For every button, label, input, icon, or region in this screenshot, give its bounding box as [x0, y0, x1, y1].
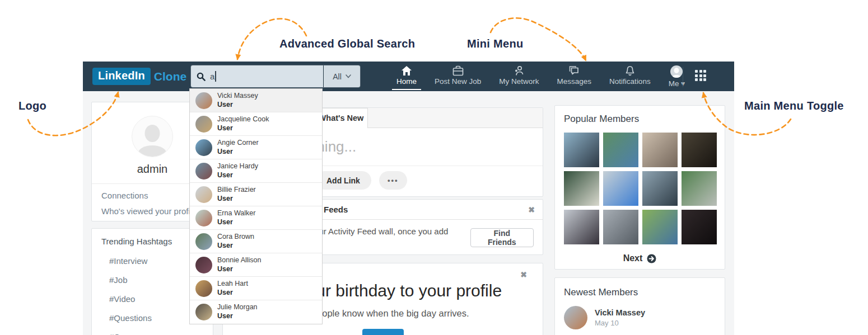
result-name: Vicki Massey: [217, 92, 258, 101]
search-result-item[interactable]: Angie Corner User: [190, 136, 322, 159]
search-filter-select[interactable]: All: [323, 65, 360, 87]
profile-avatar-placeholder[interactable]: [132, 116, 173, 157]
person-network-icon: [514, 65, 525, 76]
add-link-button[interactable]: Add Link: [315, 171, 371, 190]
birthday-cta-button[interactable]: [362, 329, 404, 335]
member-photo[interactable]: [642, 210, 678, 244]
nav-me[interactable]: Me ▾: [660, 62, 694, 91]
search-result-item[interactable]: Vicki Massey User: [190, 89, 322, 112]
result-role: User: [217, 312, 258, 321]
avatar: [564, 306, 587, 329]
result-name: Jacqueline Cook: [217, 115, 269, 124]
member-photo[interactable]: [564, 171, 599, 206]
popular-members-title: Popular Members: [564, 114, 716, 125]
result-name: Julie Morgan: [217, 303, 258, 312]
whos-viewed-link[interactable]: Who's viewed your profile: [101, 206, 203, 216]
popular-members-grid: [564, 133, 716, 244]
next-button[interactable]: Next: [564, 253, 716, 263]
logo-badge: LinkedIn: [92, 68, 151, 85]
member-photo[interactable]: [682, 210, 717, 244]
result-role: User: [217, 265, 262, 274]
avatar: [195, 304, 212, 320]
connections-link[interactable]: Connections: [101, 191, 203, 200]
nav-home[interactable]: Home: [388, 62, 426, 91]
find-friends-button[interactable]: Find Friends: [470, 228, 534, 247]
nav-notifications[interactable]: Notifications: [600, 62, 660, 91]
top-navbar: LinkedIn Clone a All: [83, 62, 734, 91]
result-name: Janice Hardy: [217, 162, 258, 171]
result-role: User: [217, 195, 256, 204]
avatar: [195, 163, 212, 180]
member-photo[interactable]: [603, 171, 638, 206]
member-photo[interactable]: [603, 133, 638, 167]
close-icon[interactable]: ✖: [528, 205, 535, 214]
global-search: a All: [190, 65, 361, 88]
chat-icon: [568, 65, 580, 76]
search-input[interactable]: a: [191, 65, 323, 87]
search-result-item[interactable]: Leah Hart User: [190, 277, 322, 300]
result-role: User: [217, 242, 254, 251]
search-results-dropdown: Vicki Massey User Jacqueline Cook User: [189, 88, 323, 324]
search-result-item[interactable]: Janice Hardy User: [190, 159, 322, 183]
main-menu-toggle-button[interactable]: [695, 70, 708, 83]
bell-icon: [625, 65, 635, 76]
nav-my-network[interactable]: My Network: [490, 62, 548, 91]
member-photo[interactable]: [603, 210, 638, 244]
result-name: Bonnie Allison: [217, 256, 262, 265]
annotation-main-menu-label: Main Menu Toggle: [744, 100, 844, 112]
logo-suffix: Clone: [154, 70, 186, 83]
result-role: User: [217, 171, 258, 180]
app-window: LinkedIn Clone a All: [83, 62, 734, 335]
result-role: User: [217, 218, 255, 227]
search-result-item[interactable]: Bonnie Allison User: [190, 253, 322, 277]
home-icon: [401, 65, 412, 76]
search-result-item[interactable]: Erna Walker User: [190, 206, 322, 230]
result-role: User: [217, 289, 248, 298]
result-name: Angie Corner: [217, 139, 259, 148]
newest-members-title: Newest Members: [564, 287, 716, 298]
more-options-button[interactable]: •••: [379, 171, 407, 190]
search-icon: [197, 72, 206, 81]
nav-messages[interactable]: Messages: [548, 62, 601, 91]
result-name: Cora Brown: [217, 233, 254, 242]
result-name: Leah Hart: [217, 280, 248, 289]
search-result-item[interactable]: Billie Frazier User: [190, 183, 322, 206]
trending-title: Trending Hashtags: [101, 237, 203, 246]
member-photo[interactable]: [564, 210, 599, 244]
avatar: [195, 257, 212, 273]
search-result-item[interactable]: Jacqueline Cook User: [190, 112, 322, 136]
popular-members-card: Popular Members Next: [554, 105, 725, 270]
avatar: [195, 280, 212, 297]
hashtag-link[interactable]: #Course: [109, 332, 203, 335]
member-photo[interactable]: [642, 171, 678, 206]
app-logo[interactable]: LinkedIn Clone: [92, 68, 186, 85]
newest-member-row[interactable]: Vicki Massey May 10: [564, 306, 716, 329]
member-photo[interactable]: [564, 133, 599, 167]
search-filter-value: All: [333, 72, 342, 81]
annotation-logo-label: Logo: [18, 100, 46, 112]
annotation-mini-menu-label: Mini Menu: [467, 37, 523, 50]
avatar: [195, 139, 212, 156]
close-icon[interactable]: ✖: [520, 270, 527, 279]
chevron-down-icon: [346, 74, 351, 78]
main-nav: Home Post New Job My N: [388, 62, 694, 91]
nav-post-new-job[interactable]: Post New Job: [426, 62, 490, 91]
search-result-item[interactable]: Julie Morgan User: [190, 300, 322, 324]
hashtag-list: #Interview#Job#Video#Questions#Course: [101, 256, 203, 335]
annotation-search-label: Advanced Global Search: [279, 37, 415, 50]
search-result-item[interactable]: Cora Brown User: [190, 230, 322, 253]
result-name: Billie Frazier: [217, 186, 256, 195]
result-role: User: [217, 124, 269, 133]
arrow-right-circle-icon: [647, 254, 656, 263]
avatar: [195, 210, 212, 227]
avatar: [195, 92, 212, 109]
avatar: [195, 233, 212, 250]
screenshot-stage: LinkedIn Clone a All: [0, 0, 868, 335]
text-cursor: [215, 71, 216, 82]
member-name: Vicki Massey: [595, 308, 645, 317]
avatar: [195, 186, 212, 203]
me-avatar: [670, 65, 683, 78]
member-photo[interactable]: [682, 171, 717, 206]
member-photo[interactable]: [682, 133, 717, 167]
member-photo[interactable]: [642, 133, 678, 167]
